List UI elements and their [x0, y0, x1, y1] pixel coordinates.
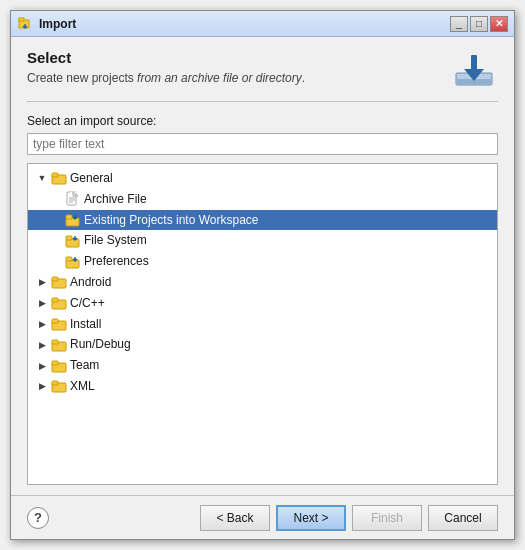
svg-rect-22 — [52, 298, 58, 302]
filter-label: Select an import source: — [27, 114, 498, 128]
subtitle-italic: from an archive file or directory — [137, 71, 302, 85]
page-title: Select — [27, 49, 442, 66]
subtitle-end: . — [302, 71, 305, 85]
window-icon — [17, 16, 33, 32]
file-system-icon — [65, 233, 81, 249]
tree-label-android: Android — [70, 274, 111, 291]
tree-item-cpp[interactable]: C/C++ — [28, 293, 497, 314]
tree-item-team[interactable]: Team — [28, 355, 497, 376]
tree-item-archive-file[interactable]: Archive File — [28, 189, 497, 210]
folder-icon-install — [51, 316, 67, 332]
back-button[interactable]: < Back — [200, 505, 270, 531]
expand-arrow-android[interactable] — [36, 276, 48, 288]
window-controls: _ □ ✕ — [450, 16, 508, 32]
footer-buttons: < Back Next > Finish Cancel — [49, 505, 498, 531]
subtitle-normal: Create new projects — [27, 71, 137, 85]
expand-arrow-run-debug[interactable] — [36, 339, 48, 351]
import-workspace-icon — [65, 212, 81, 228]
tree-item-existing-projects[interactable]: Existing Projects into Workspace — [28, 210, 497, 231]
page-subtitle: Create new projects from an archive file… — [27, 70, 442, 87]
tree-label-xml: XML — [70, 378, 95, 395]
expand-arrow-xml[interactable] — [36, 380, 48, 392]
tree-label-existing-projects: Existing Projects into Workspace — [84, 212, 259, 229]
folder-icon-general — [51, 170, 67, 186]
tree-item-file-system[interactable]: File System — [28, 230, 497, 251]
import-illustration — [450, 49, 498, 91]
svg-rect-24 — [52, 319, 58, 323]
svg-rect-16 — [66, 236, 72, 240]
help-button[interactable]: ? — [27, 507, 49, 529]
filter-input[interactable] — [27, 133, 498, 155]
folder-icon-run-debug — [51, 337, 67, 353]
archive-file-icon — [65, 191, 81, 207]
dialog-footer: ? < Back Next > Finish Cancel — [11, 495, 514, 539]
expand-arrow-cpp[interactable] — [36, 297, 48, 309]
svg-rect-20 — [52, 277, 58, 281]
close-button[interactable]: ✕ — [490, 16, 508, 32]
tree-item-install[interactable]: Install — [28, 314, 497, 335]
tree-label-general: General — [70, 170, 113, 187]
next-button[interactable]: Next > — [276, 505, 346, 531]
tree-label-archive-file: Archive File — [84, 191, 147, 208]
svg-rect-7 — [52, 173, 58, 177]
window-title: Import — [39, 17, 450, 31]
cancel-button[interactable]: Cancel — [428, 505, 498, 531]
minimize-button[interactable]: _ — [450, 16, 468, 32]
svg-rect-1 — [19, 18, 24, 21]
expand-arrow-team[interactable] — [36, 360, 48, 372]
folder-icon-cpp — [51, 295, 67, 311]
svg-rect-28 — [52, 361, 58, 365]
tree-label-file-system: File System — [84, 232, 147, 249]
svg-rect-4 — [471, 55, 477, 71]
folder-icon-team — [51, 358, 67, 374]
tree-label-preferences: Preferences — [84, 253, 149, 270]
folder-icon-android — [51, 274, 67, 290]
tree-item-general[interactable]: General — [28, 168, 497, 189]
header-text: Select Create new projects from an archi… — [27, 49, 442, 87]
svg-rect-18 — [66, 257, 72, 261]
tree-label-run-debug: Run/Debug — [70, 336, 131, 353]
svg-rect-14 — [66, 215, 72, 219]
folder-icon-xml — [51, 378, 67, 394]
tree-label-cpp: C/C++ — [70, 295, 105, 312]
tree-item-preferences[interactable]: Preferences — [28, 251, 497, 272]
svg-rect-26 — [52, 340, 58, 344]
preferences-icon — [65, 254, 81, 270]
header-section: Select Create new projects from an archi… — [27, 49, 498, 102]
maximize-button[interactable]: □ — [470, 16, 488, 32]
finish-button[interactable]: Finish — [352, 505, 422, 531]
import-dialog: Import _ □ ✕ Select Create new projects … — [10, 10, 515, 540]
tree-label-install: Install — [70, 316, 101, 333]
tree-item-android[interactable]: Android — [28, 272, 497, 293]
expand-arrow-general[interactable] — [36, 172, 48, 184]
dialog-content: Select Create new projects from an archi… — [11, 37, 514, 495]
expand-arrow-install[interactable] — [36, 318, 48, 330]
tree-item-xml[interactable]: XML — [28, 376, 497, 397]
svg-rect-30 — [52, 381, 58, 385]
import-source-tree[interactable]: General Archive File — [27, 163, 498, 485]
tree-label-team: Team — [70, 357, 99, 374]
title-bar: Import _ □ ✕ — [11, 11, 514, 37]
tree-item-run-debug[interactable]: Run/Debug — [28, 334, 497, 355]
